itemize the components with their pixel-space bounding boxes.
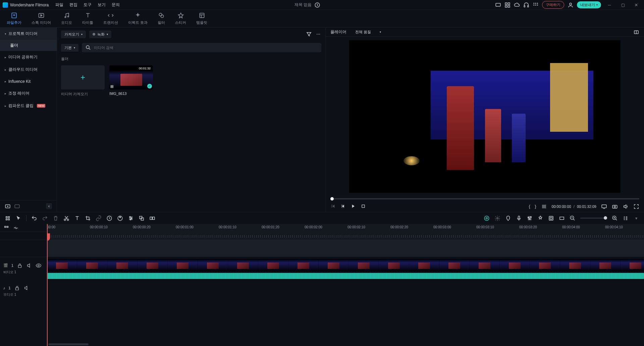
crop-icon[interactable] bbox=[85, 215, 91, 221]
select-tool-icon[interactable] bbox=[5, 215, 11, 221]
display-icon[interactable] bbox=[601, 204, 607, 210]
delete-icon[interactable] bbox=[53, 215, 59, 221]
sidebar-item-share-media[interactable]: ▸미디어 공유하기 bbox=[0, 51, 57, 63]
timeline-ruler[interactable]: 00:0000:00:00:1000:00:00:2000:00:01:0000… bbox=[47, 224, 644, 240]
mute-icon[interactable] bbox=[23, 285, 30, 291]
sort-dropdown[interactable]: 기본▾ bbox=[61, 44, 78, 52]
lock-icon[interactable] bbox=[14, 285, 20, 291]
scrollbar-thumb[interactable] bbox=[48, 343, 89, 345]
more-menu-icon[interactable]: ⋯ bbox=[315, 31, 321, 37]
filter-toggle-icon[interactable] bbox=[306, 31, 312, 37]
link-icon[interactable] bbox=[96, 215, 102, 221]
mark-out-button[interactable]: } bbox=[535, 204, 536, 209]
auto-edit-icon[interactable] bbox=[537, 215, 543, 221]
add-folder-icon[interactable] bbox=[5, 203, 11, 209]
collapse-sidebar-button[interactable]: ‹ bbox=[46, 203, 52, 209]
cursor-tool-icon[interactable] bbox=[15, 215, 21, 221]
menu-view[interactable]: 보기 bbox=[98, 2, 106, 8]
play-backward-button[interactable] bbox=[340, 204, 346, 210]
headphones-icon[interactable] bbox=[523, 2, 529, 8]
link-toggle-icon[interactable] bbox=[13, 225, 19, 231]
list-view-icon[interactable] bbox=[541, 204, 547, 210]
adjust-icon[interactable] bbox=[128, 215, 134, 221]
screen-icon[interactable] bbox=[495, 2, 501, 8]
eye-icon[interactable] bbox=[36, 263, 42, 269]
search-box[interactable] bbox=[82, 43, 321, 52]
video-track-header[interactable]: 🎬1 비디오 1 bbox=[0, 257, 47, 280]
settings-gear-icon[interactable] bbox=[494, 215, 500, 221]
buy-button[interactable]: 구매하기 bbox=[542, 1, 564, 9]
cloud-icon[interactable] bbox=[514, 2, 520, 8]
sidebar-sub-folder[interactable]: 폴더 bbox=[0, 40, 57, 51]
media-clip-card[interactable]: 00:01:32 ▤ ✓ IMG_8613 bbox=[109, 65, 153, 97]
nav-tab-import[interactable]: 파일추가 bbox=[7, 12, 21, 25]
ratio-icon[interactable] bbox=[559, 215, 565, 221]
undo-icon[interactable] bbox=[31, 215, 37, 221]
sidebar-item-project-media[interactable]: ▾ 프로젝트 미디어 bbox=[0, 27, 57, 40]
stop-button[interactable] bbox=[361, 204, 366, 210]
import-thumbnail[interactable]: + bbox=[61, 65, 105, 90]
color-icon[interactable] bbox=[117, 215, 123, 221]
nav-tab-audio[interactable]: 오디오 bbox=[61, 12, 72, 25]
project-title[interactable]: 제목 없음 bbox=[294, 2, 312, 8]
sidebar-item-adjustment-layer[interactable]: ▸조정 레이어 bbox=[0, 87, 57, 100]
menu-help[interactable]: 문의 bbox=[112, 2, 120, 8]
nav-tab-sticker[interactable]: 스티커 bbox=[175, 12, 186, 25]
ai-tool-icon[interactable] bbox=[484, 215, 490, 221]
scrub-track[interactable] bbox=[330, 198, 639, 199]
apps-icon[interactable] bbox=[533, 2, 539, 8]
volume-icon[interactable] bbox=[623, 204, 629, 210]
fit-zoom-icon[interactable] bbox=[623, 215, 629, 221]
prev-frame-button[interactable] bbox=[330, 204, 336, 210]
camera-snapshot-icon[interactable] bbox=[612, 204, 618, 210]
window-maximize[interactable]: ▢ bbox=[618, 2, 628, 8]
menu-edit[interactable]: 편집 bbox=[69, 2, 77, 8]
import-dropdown[interactable]: 가져오기▾ bbox=[61, 31, 86, 38]
import-media-card[interactable]: + 미디어 가져오기 bbox=[61, 65, 105, 97]
grouped-icon[interactable] bbox=[139, 215, 145, 221]
cut-icon[interactable] bbox=[63, 215, 69, 221]
cloud-sync-icon[interactable] bbox=[314, 2, 320, 8]
window-minimize[interactable]: ─ bbox=[604, 2, 614, 8]
nav-tab-template[interactable]: 템플릿 bbox=[196, 12, 207, 25]
nav-tab-titles[interactable]: 타이틀 bbox=[82, 12, 93, 25]
menu-file[interactable]: 파일 bbox=[55, 2, 63, 8]
redo-icon[interactable] bbox=[42, 215, 48, 221]
sidebar-item-influence-kit[interactable]: ▸Influence Kit bbox=[0, 76, 57, 87]
playhead[interactable] bbox=[47, 224, 48, 346]
export-button[interactable]: 내보내기▾ bbox=[577, 1, 601, 8]
text-tool-icon[interactable] bbox=[74, 215, 80, 221]
mute-icon[interactable] bbox=[26, 263, 32, 269]
nav-tab-stock[interactable]: 스톡 미디어 bbox=[32, 12, 51, 25]
compound-icon[interactable] bbox=[149, 215, 155, 221]
sidebar-item-compound-clip[interactable]: ▸컴파운드 클립NEW bbox=[0, 100, 57, 112]
sidebar-item-cloud-media[interactable]: ▸클라우드 미디어 bbox=[0, 63, 57, 76]
timeline-settings-icon[interactable]: ▾ bbox=[633, 215, 639, 221]
lock-icon[interactable] bbox=[17, 263, 23, 269]
video-clip[interactable]: ▸IMG_8613 bbox=[47, 259, 644, 272]
speed-icon[interactable] bbox=[106, 215, 112, 221]
media-thumbnail[interactable]: 00:01:32 ▤ ✓ bbox=[109, 65, 153, 90]
preview-video[interactable] bbox=[349, 40, 621, 193]
mic-icon[interactable] bbox=[516, 215, 522, 221]
render-icon[interactable] bbox=[548, 215, 554, 221]
nav-tab-transition[interactable]: 트랜지션 bbox=[103, 12, 118, 25]
quality-dropdown[interactable]: 전체 품질▾ bbox=[352, 28, 384, 36]
menu-tools[interactable]: 도구 bbox=[84, 2, 92, 8]
window-close[interactable]: ✕ bbox=[631, 2, 641, 8]
search-input[interactable] bbox=[94, 46, 318, 50]
nav-tab-effects[interactable]: 이펙트 효과 bbox=[128, 12, 148, 25]
user-icon[interactable] bbox=[568, 2, 574, 8]
marker-icon[interactable] bbox=[505, 215, 511, 221]
folder-icon[interactable] bbox=[14, 203, 20, 209]
mixer-icon[interactable] bbox=[527, 215, 533, 221]
magnet-icon[interactable] bbox=[3, 225, 9, 231]
fullscreen-icon[interactable] bbox=[633, 204, 639, 210]
audio-track-header[interactable]: ♪1 오디오 1 bbox=[0, 280, 47, 302]
record-button[interactable]: 녹화▾ bbox=[89, 31, 111, 38]
audio-track[interactable] bbox=[47, 280, 644, 302]
grid-icon[interactable] bbox=[504, 2, 511, 8]
zoom-slider[interactable] bbox=[580, 218, 607, 219]
zoom-out-icon[interactable] bbox=[570, 215, 576, 221]
clip-audio-waveform[interactable] bbox=[47, 273, 644, 279]
